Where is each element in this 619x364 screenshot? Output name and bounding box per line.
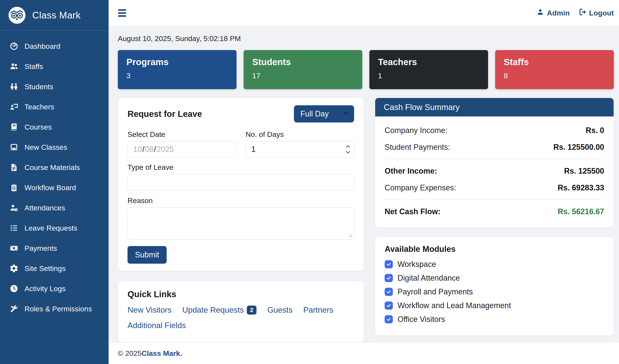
cash-flow-row: Other Income: Rs. 125500 bbox=[385, 163, 604, 179]
quick-link-guests[interactable]: Guests bbox=[267, 306, 292, 315]
topbar-actions: Admin Logout bbox=[536, 8, 614, 18]
stat-label: Staffs bbox=[504, 57, 605, 67]
app-root: Class Mark Dashboard Staffs Students bbox=[0, 0, 619, 364]
submit-button[interactable]: Submit bbox=[127, 246, 167, 264]
sidebar-item-label: Students bbox=[25, 82, 53, 91]
cash-flow-title: Cash Flow Summary bbox=[384, 103, 460, 112]
user-icon bbox=[536, 8, 544, 18]
date-separator: / bbox=[154, 145, 156, 154]
available-modules-title: Available Modules bbox=[385, 244, 604, 254]
sidebar-nav: Dashboard Staffs Students Teachers bbox=[0, 30, 109, 319]
divider bbox=[385, 200, 604, 200]
sidebar-item-dashboard[interactable]: Dashboard bbox=[0, 36, 109, 56]
logout-button[interactable]: Logout bbox=[578, 8, 614, 18]
module-row: Workflow and Lead Management bbox=[385, 299, 604, 312]
sidebar-item-label: New Classes bbox=[25, 143, 67, 151]
stat-value: 8 bbox=[504, 72, 605, 80]
brand: Class Mark bbox=[0, 0, 109, 30]
date-label: Select Date bbox=[127, 130, 236, 139]
module-row: Office Visitors bbox=[385, 313, 604, 325]
sidebar-item-label: Courses bbox=[25, 123, 52, 131]
sidebar-item-label: Attendances bbox=[25, 204, 65, 212]
quick-link-partners[interactable]: Partners bbox=[303, 306, 334, 315]
menu-toggle-button[interactable] bbox=[117, 8, 127, 18]
sidebar-item-label: Staffs bbox=[25, 62, 43, 71]
stats-row: Programs 3 Students 17 Teachers 1 Staffs… bbox=[118, 50, 614, 89]
sidebar-item-courses[interactable]: Courses bbox=[0, 117, 109, 137]
leave-type-input[interactable] bbox=[127, 174, 354, 190]
divider bbox=[385, 159, 604, 159]
checkbox-checked[interactable] bbox=[385, 288, 393, 296]
leave-duration-value: Full Day bbox=[300, 109, 329, 118]
days-label: No. of Days bbox=[246, 130, 354, 139]
cash-flow-body: Company Income: Rs. 0 Student Payments: … bbox=[375, 116, 614, 227]
cash-flow-panel: Cash Flow Summary Company Income: Rs. 0 … bbox=[375, 98, 614, 228]
sidebar-item-staffs[interactable]: Staffs bbox=[0, 56, 109, 77]
left-column: Request for Leave Full Day Select Date bbox=[118, 98, 364, 342]
module-row: Workspace bbox=[385, 258, 604, 270]
date-field: Select Date 10/08/2025 bbox=[127, 130, 236, 158]
module-row: Payroll and Payments bbox=[385, 285, 604, 298]
reason-textarea[interactable] bbox=[127, 207, 354, 240]
cash-flow-row: Company Income: Rs. 0 bbox=[385, 122, 604, 139]
stat-value: 17 bbox=[252, 72, 354, 80]
stat-value: 1 bbox=[378, 72, 479, 80]
logout-label: Logout bbox=[589, 9, 614, 17]
checkbox-checked[interactable] bbox=[385, 315, 393, 324]
sidebar-item-attendances[interactable]: Attendances bbox=[0, 198, 109, 218]
sidebar-item-label: Dashboard bbox=[25, 42, 60, 51]
sidebar-item-workflow-board[interactable]: Workflow Board bbox=[0, 177, 109, 198]
days-field: No. of Days bbox=[246, 130, 354, 158]
sidebar-item-teachers[interactable]: Teachers bbox=[0, 97, 109, 117]
date-input[interactable]: 10/08/2025 bbox=[127, 141, 236, 158]
sidebar-item-leave-requests[interactable]: Leave Requests bbox=[0, 218, 109, 238]
stat-card-students: Students 17 bbox=[244, 50, 362, 89]
gauge-icon bbox=[10, 42, 18, 51]
stat-label: Programs bbox=[127, 57, 228, 67]
sidebar-item-students[interactable]: Students bbox=[0, 77, 109, 97]
clipboard-icon bbox=[10, 183, 18, 192]
quick-link-additional-fields[interactable]: Additional Fields bbox=[127, 321, 186, 330]
checkbox-checked[interactable] bbox=[385, 274, 393, 282]
sidebar-item-payments[interactable]: Payments bbox=[0, 238, 109, 258]
checkbox-checked[interactable] bbox=[385, 301, 393, 310]
quick-links-row: Additional Fields bbox=[127, 321, 354, 330]
available-modules-panel: Available Modules Workspace Digital Att bbox=[375, 237, 614, 336]
reason-label: Reason bbox=[127, 196, 354, 205]
date-separator: / bbox=[142, 145, 145, 154]
leave-type-label: Type of Leave bbox=[127, 163, 354, 172]
chevron-down-icon bbox=[342, 109, 349, 119]
leave-duration-select[interactable]: Full Day bbox=[294, 105, 354, 122]
sidebar-item-label: Teachers bbox=[25, 103, 54, 111]
leave-panel-title: Request for Leave bbox=[127, 109, 202, 119]
quick-link-new-visitors[interactable]: New Visitors bbox=[127, 306, 171, 315]
owl-logo-icon bbox=[8, 6, 26, 25]
children-icon bbox=[10, 82, 18, 91]
tools-icon bbox=[10, 304, 18, 313]
quick-links-panel: Quick Links New Visitors Update Requests… bbox=[118, 281, 364, 342]
copyright-text: © 2025 bbox=[118, 349, 141, 358]
quick-links-row: New Visitors Update Requests 2 Guests Pa… bbox=[127, 306, 354, 315]
module-row: Digital Attendance bbox=[385, 272, 604, 284]
sidebar-item-label: Workflow Board bbox=[25, 184, 76, 192]
date-month-segment: 08 bbox=[145, 145, 154, 154]
quick-link-update-requests[interactable]: Update Requests 2 bbox=[182, 306, 256, 315]
sidebar-item-site-settings[interactable]: Site Settings bbox=[0, 258, 109, 279]
sidebar-item-new-classes[interactable]: New Classes bbox=[0, 137, 109, 157]
sidebar-item-label: Leave Requests bbox=[25, 224, 77, 232]
checkbox-checked[interactable] bbox=[385, 260, 393, 268]
update-requests-badge: 2 bbox=[247, 306, 257, 315]
sidebar-item-course-materials[interactable]: Course Materials bbox=[0, 157, 109, 177]
number-spinner[interactable] bbox=[345, 144, 351, 154]
gear-icon bbox=[10, 264, 18, 273]
date-day-segment: 10 bbox=[133, 145, 142, 154]
main-content: August 10, 2025, Sunday, 5:02:18 PM Prog… bbox=[109, 26, 619, 342]
sidebar-item-activity-logs[interactable]: Activity Logs bbox=[0, 279, 109, 299]
sidebar-item-label: Course Materials bbox=[25, 163, 80, 172]
main-column: Admin Logout August 10, 2025, Sunday, 5:… bbox=[109, 0, 619, 364]
date-year-segment: 2025 bbox=[156, 145, 174, 154]
admin-menu[interactable]: Admin bbox=[536, 8, 570, 18]
logout-icon bbox=[578, 8, 587, 18]
sidebar-item-roles-permissions[interactable]: Roles & Permissions bbox=[0, 299, 109, 319]
days-input[interactable] bbox=[246, 141, 354, 158]
